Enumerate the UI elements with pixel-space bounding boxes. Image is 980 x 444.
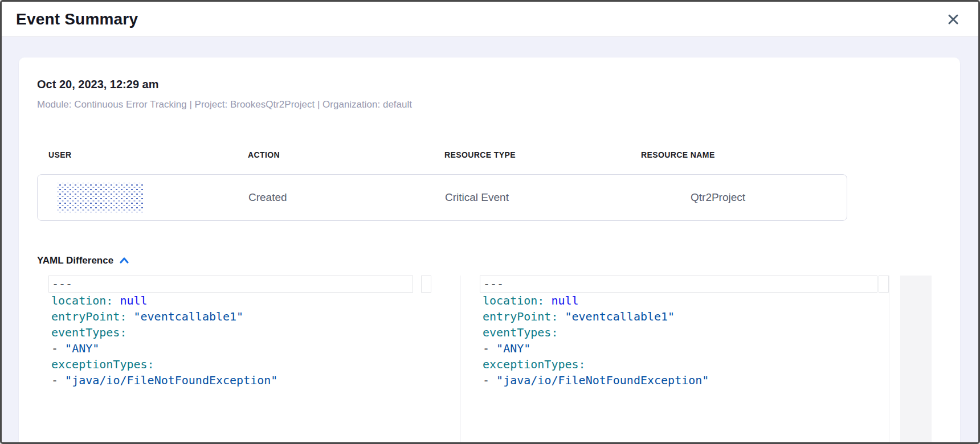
yaml-diff-right-pane: ---location: nullentryPoint: "eventcalla… <box>464 276 932 442</box>
user-cell <box>49 183 248 212</box>
collapse-toggle[interactable] <box>119 256 129 265</box>
line-end-marker <box>421 276 431 293</box>
table-row: Created Critical Event Qtr2Project <box>37 174 847 221</box>
code-line: - "ANY" <box>480 340 889 356</box>
chevron-up-icon <box>119 256 129 265</box>
yaml-diff-right-code[interactable]: ---location: nullentryPoint: "eventcalla… <box>464 276 889 442</box>
diff-minimap-strip[interactable] <box>900 276 932 442</box>
code-line: - "java/io/FileNotFoundException" <box>48 372 460 388</box>
resource-type-cell: Critical Event <box>445 191 642 204</box>
modal-title: Event Summary <box>16 10 138 28</box>
column-header-resource-type: RESOURCE TYPE <box>444 150 641 159</box>
close-button[interactable] <box>944 10 962 28</box>
current-line-highlight: --- <box>48 276 460 293</box>
code-line: - "java/io/FileNotFoundException" <box>480 372 889 388</box>
column-header-user: USER <box>48 150 248 159</box>
code-line: - "ANY" <box>48 340 460 356</box>
code-line: --- <box>480 276 877 293</box>
code-line: entryPoint: "eventcallable1" <box>48 309 460 324</box>
code-line: eventTypes: <box>480 324 889 340</box>
close-icon <box>947 13 959 26</box>
current-line-highlight: --- <box>480 276 889 293</box>
modal-header: Event Summary <box>2 2 978 37</box>
modal-body: Oct 20, 2023, 12:29 am Module: Continuou… <box>2 37 978 442</box>
line-end-marker <box>879 276 889 293</box>
action-cell: Created <box>248 191 445 204</box>
event-context: Module: Continuous Error Tracking | Proj… <box>37 99 942 110</box>
redacted-user-pattern <box>58 183 143 212</box>
column-header-resource-name: RESOURCE NAME <box>641 150 942 159</box>
code-line: entryPoint: "eventcallable1" <box>480 309 889 324</box>
yaml-diff-left-pane[interactable]: ---location: nullentryPoint: "eventcalla… <box>46 276 460 442</box>
event-summary-modal: Event Summary Oct 20, 2023, 12:29 am Mod… <box>0 0 980 444</box>
resource-name-cell: Qtr2Project <box>642 191 847 204</box>
code-line: --- <box>48 276 413 293</box>
code-line: exceptionTypes: <box>480 356 889 372</box>
table-header-row: USER ACTION RESOURCE TYPE RESOURCE NAME <box>37 150 942 159</box>
code-line: eventTypes: <box>48 324 460 340</box>
event-timestamp: Oct 20, 2023, 12:29 am <box>37 78 942 91</box>
diff-scrollbar-strip[interactable] <box>889 276 900 442</box>
code-line: location: null <box>48 293 460 309</box>
code-line: exceptionTypes: <box>48 356 460 372</box>
event-card: Oct 20, 2023, 12:29 am Module: Continuou… <box>19 57 960 442</box>
yaml-difference-label: YAML Difference <box>37 255 113 266</box>
yaml-difference-section-header: YAML Difference <box>37 255 942 266</box>
yaml-diff-viewer: ---location: nullentryPoint: "eventcalla… <box>46 276 932 442</box>
column-header-action: ACTION <box>248 150 444 159</box>
code-line: location: null <box>480 293 889 309</box>
